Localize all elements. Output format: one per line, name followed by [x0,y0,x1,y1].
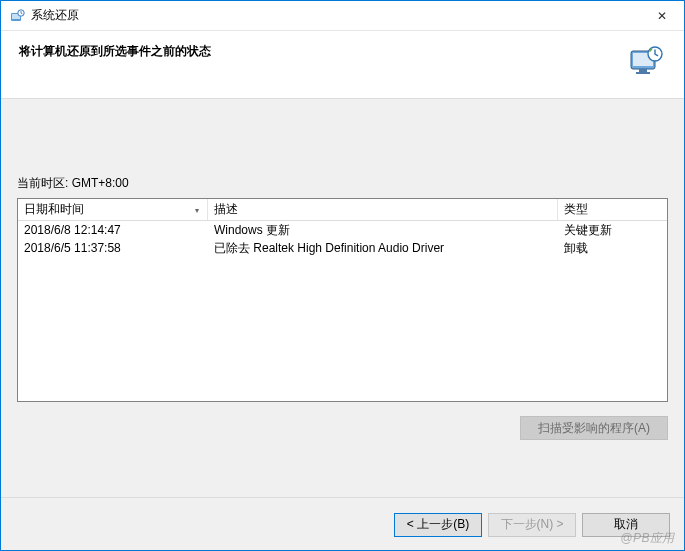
column-label: 日期和时间 [24,201,84,218]
column-header-type[interactable]: 类型 [558,199,667,220]
column-header-date[interactable]: 日期和时间 ▾ [18,199,208,220]
wizard-footer: < 上一步(B) 下一步(N) > 取消 @PB应用 [1,497,684,551]
wizard-header: 将计算机还原到所选事件之前的状态 [1,31,684,99]
close-button[interactable]: ✕ [639,1,684,31]
column-header-description[interactable]: 描述 [208,199,558,220]
next-button: 下一步(N) > [488,513,576,537]
cell-type: 卸载 [558,240,667,257]
cell-description: 已除去 Realtek High Definition Audio Driver [208,240,558,257]
cancel-button[interactable]: 取消 [582,513,670,537]
wizard-heading: 将计算机还原到所选事件之前的状态 [19,43,618,60]
timezone-label: 当前时区: GMT+8:00 [17,99,668,192]
cell-date: 2018/6/8 12:14:47 [18,223,208,237]
close-icon: ✕ [657,9,667,23]
table-row[interactable]: 2018/6/8 12:14:47 Windows 更新 关键更新 [18,221,667,239]
restore-points-table[interactable]: 日期和时间 ▾ 描述 类型 2018/6/8 12:14:47 Windows … [17,198,668,402]
cell-type: 关键更新 [558,222,667,239]
scan-button-row: 扫描受影响的程序(A) [17,416,668,440]
cell-date: 2018/6/5 11:37:58 [18,241,208,255]
scan-affected-programs-button: 扫描受影响的程序(A) [520,416,668,440]
titlebar: 系统还原 ✕ [1,1,684,31]
back-button[interactable]: < 上一步(B) [394,513,482,537]
table-header: 日期和时间 ▾ 描述 类型 [18,199,667,221]
window-title: 系统还原 [31,7,639,24]
column-label: 类型 [564,201,588,218]
cell-description: Windows 更新 [208,222,558,239]
table-row[interactable]: 2018/6/5 11:37:58 已除去 Realtek High Defin… [18,239,667,257]
restore-monitor-icon [628,43,666,81]
sort-desc-icon: ▾ [195,205,199,214]
svg-rect-5 [639,69,647,72]
system-restore-icon [9,8,25,24]
table-body: 2018/6/8 12:14:47 Windows 更新 关键更新 2018/6… [18,221,667,257]
column-label: 描述 [214,201,238,218]
wizard-content: 当前时区: GMT+8:00 日期和时间 ▾ 描述 类型 2018/6/8 12… [1,99,684,497]
svg-rect-6 [636,72,650,74]
